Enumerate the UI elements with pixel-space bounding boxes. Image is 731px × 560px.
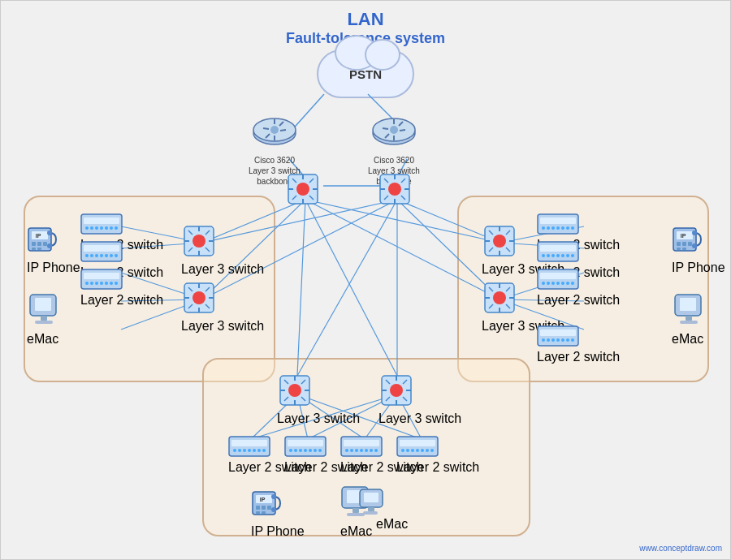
svg-point-168 <box>556 254 560 257</box>
svg-point-174 <box>542 282 545 285</box>
svg-point-81 <box>47 243 52 248</box>
bottom-l3s1-label: Layer 3 switch <box>277 411 360 426</box>
svg-point-197 <box>692 230 697 235</box>
right-l2s4: Layer 2 switch <box>537 325 620 364</box>
svg-point-158 <box>551 226 555 230</box>
svg-point-249 <box>370 449 373 452</box>
svg-line-8 <box>305 200 397 376</box>
svg-rect-102 <box>35 298 51 311</box>
svg-point-111 <box>105 282 108 285</box>
svg-rect-196 <box>682 248 686 250</box>
bottom-l3s2: Layer 3 switch <box>378 373 461 426</box>
svg-point-257 <box>421 449 424 452</box>
svg-point-96 <box>95 254 98 257</box>
svg-point-256 <box>416 449 419 452</box>
svg-point-258 <box>426 449 429 452</box>
left-l3s1-label: Layer 3 switch <box>181 262 264 277</box>
svg-point-176 <box>551 282 555 285</box>
backbone-l3-left <box>285 171 321 210</box>
svg-point-64 <box>388 183 401 196</box>
svg-point-235 <box>289 449 292 452</box>
svg-rect-192 <box>677 242 681 246</box>
svg-rect-225 <box>231 440 267 446</box>
svg-point-167 <box>551 254 555 257</box>
svg-point-248 <box>365 449 368 452</box>
svg-point-240 <box>314 449 317 452</box>
svg-point-232 <box>262 449 266 452</box>
left-ipphone-label: IP Phone <box>27 261 80 275</box>
svg-point-80 <box>47 230 52 235</box>
svg-rect-234 <box>288 440 323 446</box>
svg-point-161 <box>566 226 569 230</box>
svg-point-88 <box>100 226 103 230</box>
svg-point-52 <box>390 126 398 134</box>
svg-rect-164 <box>540 245 576 252</box>
svg-text:IP: IP <box>36 233 41 239</box>
bottom-ipphone: IP IP Phone <box>251 485 305 539</box>
svg-rect-202 <box>686 316 692 321</box>
svg-rect-93 <box>84 245 119 252</box>
svg-point-100 <box>115 254 118 257</box>
svg-rect-103 <box>41 316 47 321</box>
svg-rect-273 <box>347 513 365 516</box>
svg-rect-201 <box>680 298 696 311</box>
pstn-cloud: PSTN <box>317 50 414 98</box>
svg-rect-275 <box>364 493 378 502</box>
svg-point-160 <box>561 226 564 230</box>
bottom-emac2-label: eMac <box>376 517 408 532</box>
svg-point-259 <box>430 449 434 452</box>
svg-point-198 <box>692 243 697 248</box>
svg-line-39 <box>280 130 286 131</box>
svg-point-90 <box>110 226 113 230</box>
svg-rect-79 <box>37 248 41 250</box>
svg-point-169 <box>561 254 564 257</box>
svg-point-85 <box>85 226 89 230</box>
svg-point-237 <box>299 449 302 452</box>
svg-point-228 <box>243 449 246 452</box>
svg-point-183 <box>542 338 545 342</box>
svg-rect-194 <box>688 242 692 246</box>
svg-rect-182 <box>540 330 576 336</box>
title-line1: LAN <box>1 9 730 30</box>
svg-point-227 <box>238 449 241 452</box>
svg-point-125 <box>192 291 205 304</box>
svg-point-231 <box>257 449 261 452</box>
bottom-ipphone-label: IP Phone <box>251 524 305 539</box>
svg-point-250 <box>374 449 378 452</box>
svg-point-244 <box>345 449 348 452</box>
left-emac: eMac <box>27 293 63 347</box>
svg-rect-262 <box>256 506 260 510</box>
svg-point-54 <box>296 183 309 196</box>
svg-point-178 <box>561 282 564 285</box>
right-ipphone: IP IP Phone <box>672 222 725 275</box>
svg-rect-77 <box>43 242 47 246</box>
svg-point-238 <box>304 449 307 452</box>
svg-rect-277 <box>363 511 378 515</box>
svg-point-159 <box>556 226 560 230</box>
svg-rect-78 <box>32 248 36 250</box>
left-l2s3-label: Layer 2 switch <box>80 293 163 308</box>
svg-point-236 <box>294 449 297 452</box>
svg-point-43 <box>270 126 279 134</box>
svg-point-89 <box>105 226 108 230</box>
svg-rect-276 <box>368 507 374 511</box>
svg-point-145 <box>493 291 506 304</box>
svg-point-165 <box>542 254 545 257</box>
svg-point-184 <box>547 338 550 342</box>
svg-rect-243 <box>344 440 379 446</box>
svg-point-229 <box>248 449 251 452</box>
svg-point-135 <box>493 235 506 248</box>
svg-point-239 <box>309 449 312 452</box>
svg-line-48 <box>400 130 405 131</box>
svg-point-113 <box>115 282 118 285</box>
svg-point-162 <box>571 226 574 230</box>
svg-point-187 <box>561 338 564 342</box>
svg-point-95 <box>90 254 93 257</box>
svg-point-157 <box>547 226 550 230</box>
svg-rect-264 <box>267 506 271 510</box>
svg-point-99 <box>110 254 113 257</box>
svg-point-107 <box>85 282 89 285</box>
svg-point-98 <box>105 254 108 257</box>
svg-point-253 <box>401 449 404 452</box>
svg-point-205 <box>288 384 301 397</box>
